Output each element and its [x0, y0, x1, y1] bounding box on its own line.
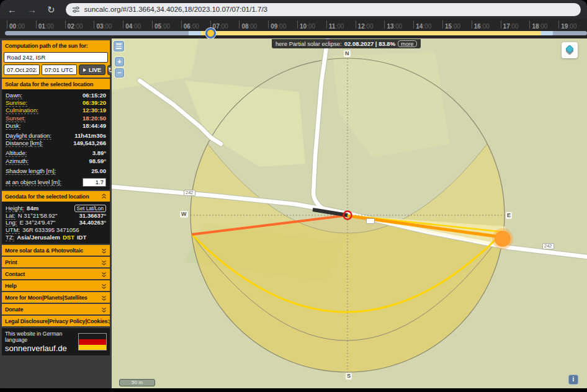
double-chevron-down-icon — [101, 295, 107, 301]
hour-tick — [123, 20, 123, 29]
german-site-link[interactable]: sonnenverlauf.de — [5, 344, 74, 353]
zoom-in-button[interactable]: + — [115, 57, 124, 66]
set-latlon-button[interactable]: Set Lat/Lon — [74, 205, 106, 212]
layers-button[interactable] — [562, 42, 578, 58]
sidebar-menu-item-label: Legal Disclosure|Privacy Policy|Cookies — [5, 318, 107, 324]
solar-row: Culmination: 12:30:19 — [6, 107, 106, 114]
hour-label: 16:00 — [472, 20, 490, 29]
hour-label: 11:00 — [326, 20, 344, 29]
solar-row: Daylight duration: 11h41m30s — [6, 132, 106, 140]
double-chevron-up-icon — [101, 194, 107, 199]
address-input[interactable] — [4, 52, 108, 63]
sidebar-menu-item[interactable]: Print — [2, 257, 110, 267]
computation-header: Computation path of the sun for: — [4, 40, 108, 51]
time-slider-handle[interactable] — [205, 28, 216, 38]
window-bottom-edge — [0, 388, 587, 392]
sidebar-menu-item[interactable]: Donate — [2, 304, 110, 314]
solar-row: Sunset: 18:20:50 — [6, 115, 106, 122]
sidebar-menu-item[interactable]: More solar data & Photovoltaic — [2, 245, 110, 256]
double-chevron-down-icon — [107, 319, 110, 324]
zoom-out-button[interactable]: − — [115, 68, 124, 78]
hour-tick — [326, 20, 327, 29]
compass-e-label: E — [506, 212, 512, 219]
solar-row: Azimuth: 98.59° — [6, 158, 106, 165]
back-icon[interactable]: ← — [7, 5, 17, 14]
compass-n-label: N — [344, 50, 351, 57]
geodata-panel: Height: 84m Set Lat/Lon Lat: N 31°21'58.… — [2, 202, 110, 244]
sidebar-menu-item[interactable]: More for Moon|Planets|Satellites — [2, 292, 110, 303]
reload-icon[interactable]: ↻ — [47, 5, 55, 14]
url-bar[interactable]: suncalc.org/#/31.3664,34.4026,18/2023.10… — [66, 3, 581, 16]
sidebar-menu: More solar data & Photovoltaic Print — [2, 245, 110, 326]
eclipse-more-button[interactable]: more — [398, 40, 417, 47]
time-slider-bar[interactable]: 00:00 01:00 02:00 03:00 — [0, 19, 587, 38]
hour-tick — [94, 20, 94, 29]
hour-label: 15:00 — [442, 20, 460, 29]
map-canvas[interactable]: N E S W 242 242 here Partial solar eclip… — [112, 38, 587, 388]
solar-row-value: 11h41m30s — [74, 132, 106, 139]
hour-tick — [356, 20, 356, 29]
object-level-row: at an object level [m]: — [6, 177, 106, 187]
compass-w-label: W — [180, 211, 188, 218]
double-chevron-down-icon — [101, 248, 107, 254]
date-input[interactable] — [4, 65, 40, 75]
hour-tick — [7, 20, 7, 29]
hour-tick — [501, 20, 501, 29]
object-level-input[interactable] — [83, 178, 106, 187]
hour-tick — [268, 20, 269, 29]
solar-row-label: Distance [km]: — [6, 140, 43, 147]
info-button[interactable]: i — [568, 375, 578, 385]
solar-row: Shadow length [m]: 25.00 — [6, 167, 106, 175]
hour-tick — [529, 20, 530, 29]
solar-row-value: 18:44:49 — [83, 122, 106, 129]
daylight-track[interactable] — [5, 31, 587, 35]
hour-label: 12:00 — [356, 20, 374, 29]
solar-row-value: 25.00 — [91, 167, 106, 174]
hour-tick — [442, 20, 443, 29]
sidebar-menu-item-label: Print — [5, 259, 17, 265]
lng-label: Lng: — [6, 219, 17, 226]
sidebar-menu-item-label: Contact — [5, 271, 25, 277]
geodata-header[interactable]: Geodata for the selected location — [2, 191, 110, 202]
solar-row-value: 06:15:20 — [83, 92, 106, 99]
live-button[interactable]: LIVE — [79, 65, 105, 75]
solar-row-label: Dusk: — [6, 122, 20, 130]
sidebar: Computation path of the sun for: LIVE ↻ … — [0, 38, 112, 388]
tz-dst-badge: DST — [63, 234, 74, 241]
hour-tick — [297, 20, 298, 29]
hour-tick — [239, 20, 240, 29]
hour-tick — [152, 20, 153, 29]
hour-tick — [65, 20, 66, 29]
solar-row-value: 06:39:20 — [83, 99, 106, 106]
solar-row-value: 18:20:50 — [83, 115, 106, 122]
sun-marker[interactable] — [495, 231, 511, 247]
road-242-badge: 242 — [542, 243, 554, 249]
hour-label: 01:00 — [36, 20, 54, 29]
site-settings-tune-icon[interactable] — [72, 6, 80, 14]
eclipse-text: here Partial solar eclipse: — [276, 40, 342, 47]
solar-data-header-label: Solar data for the selected location — [5, 81, 93, 87]
german-language-box[interactable]: This website in German language sonnenve… — [2, 328, 110, 355]
map-menu-button[interactable] — [114, 41, 124, 51]
sidebar-menu-item[interactable]: Help — [2, 280, 110, 291]
hour-label: 19:00 — [558, 20, 576, 29]
live-label: LIVE — [89, 67, 101, 73]
forward-icon[interactable]: → — [27, 5, 37, 14]
hour-label: 13:00 — [384, 20, 402, 29]
tz-code: IDT — [77, 234, 86, 241]
sidebar-menu-item[interactable]: Contact — [2, 269, 110, 279]
solar-row: Altitude: 3.89° — [6, 149, 106, 157]
sidebar-menu-item[interactable]: Legal Disclosure|Privacy Policy|Cookies — [2, 316, 110, 326]
road-242-badge: 242 — [184, 190, 195, 196]
tz-label: TZ: — [6, 234, 14, 241]
hour-label: 09:00 — [268, 20, 286, 29]
hour-tick — [413, 20, 414, 29]
solar-row-label: Dawn: — [6, 92, 22, 99]
height-label: Height: — [6, 205, 24, 212]
lat-dms-value: N 31°21'58.92" — [18, 212, 57, 219]
hour-label: 06:00 — [181, 20, 199, 29]
hour-tick — [384, 20, 385, 29]
hour-tick — [36, 20, 37, 29]
german-note: This website in German language — [5, 331, 74, 343]
time-input[interactable] — [42, 65, 77, 75]
